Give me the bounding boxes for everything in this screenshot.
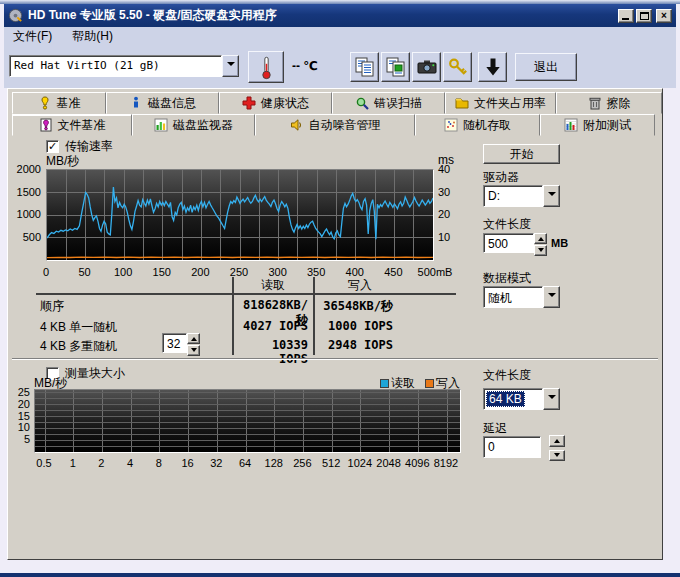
file-length-label: 文件长度 bbox=[483, 216, 531, 233]
health-cross-icon bbox=[242, 96, 256, 110]
tab-erase[interactable]: 擦除 bbox=[556, 92, 662, 114]
spin-up-icon bbox=[538, 234, 544, 241]
drive-select-arrow[interactable] bbox=[222, 55, 239, 77]
tab-health[interactable]: 健康状态 bbox=[219, 92, 332, 114]
axis-tick: 1000 bbox=[13, 208, 41, 220]
save-results-button[interactable] bbox=[478, 52, 507, 82]
close-button[interactable]: × bbox=[656, 9, 672, 23]
axis-tick: 64 bbox=[229, 457, 261, 469]
minimize-button[interactable] bbox=[618, 9, 634, 23]
axis-tick: 15 bbox=[8, 410, 30, 422]
toolbar: Red Hat VirtIO (21 gB) -- ℃ bbox=[4, 46, 676, 88]
tab-folder-usage[interactable]: 文件夹占用率 bbox=[445, 92, 556, 114]
delay-value: 0 bbox=[483, 436, 541, 458]
axis-tick: 0 bbox=[26, 266, 66, 278]
axis-tick: 128 bbox=[258, 457, 290, 469]
chevron-down-icon bbox=[548, 395, 556, 403]
copy-image-button[interactable] bbox=[381, 52, 410, 82]
write-column-header: 写入 bbox=[315, 277, 405, 294]
drive-select-combo[interactable]: Red Hat VirtIO (21 gB) bbox=[9, 55, 239, 77]
row-4k-single-read: 4027 IOPS bbox=[236, 319, 308, 333]
tab-extra-tests[interactable]: 附加测试 bbox=[540, 114, 655, 136]
copy-text-button[interactable] bbox=[350, 52, 379, 82]
tab-benchmark[interactable]: 基准 bbox=[12, 92, 106, 114]
axis-tick: 500mB bbox=[412, 266, 458, 278]
data-mode-combo[interactable]: 随机 bbox=[483, 286, 560, 308]
axis-tick: 4 bbox=[114, 457, 146, 469]
chevron-down-icon bbox=[227, 62, 235, 70]
axis-tick: 16 bbox=[172, 457, 204, 469]
maximize-button[interactable] bbox=[636, 9, 652, 23]
window-frame-bottom bbox=[0, 573, 680, 577]
chevron-down-icon bbox=[548, 293, 556, 301]
tab-auto-acoustic[interactable]: 自动噪音管理 bbox=[255, 114, 415, 136]
axis-tick: 5 bbox=[8, 433, 30, 445]
benchmark-results-table: 读取 写入 顺序 818628KB/秒 36548KB/秒 4 KB 单一随机 … bbox=[36, 277, 458, 355]
axis-tick: 2048 bbox=[373, 457, 405, 469]
tab-error-scan[interactable]: 错误扫描 bbox=[332, 92, 445, 114]
delay-label: 延迟 bbox=[483, 420, 507, 437]
file-length-up-button[interactable] bbox=[534, 233, 547, 244]
minimize-icon bbox=[622, 18, 629, 20]
checkbox-checked-icon[interactable]: ✓ bbox=[46, 140, 59, 153]
tab-row-primary: 文件基准 磁盘监视器 自动噪音管理 随机存取 附加测试 bbox=[12, 114, 655, 136]
camera-icon bbox=[416, 56, 438, 78]
transfer-rate-chart bbox=[46, 169, 434, 261]
axis-tick: 350 bbox=[296, 266, 336, 278]
menu-help[interactable]: 帮助(H) bbox=[72, 28, 113, 45]
queue-depth-value: 32 bbox=[162, 333, 187, 353]
screenshot-button[interactable] bbox=[412, 52, 441, 82]
start-button[interactable]: 开始 bbox=[483, 144, 560, 164]
axis-tick: 25 bbox=[8, 386, 30, 398]
file-length-spinner[interactable]: 500 bbox=[483, 233, 547, 253]
file-length-value: 500 bbox=[483, 233, 534, 253]
table-column-divider bbox=[313, 277, 315, 355]
drive-combo[interactable]: D: bbox=[483, 185, 560, 207]
axis-tick: 450 bbox=[373, 266, 413, 278]
delay-up-button[interactable] bbox=[549, 435, 565, 447]
axis-tick: 50 bbox=[65, 266, 105, 278]
axis-tick: 100 bbox=[103, 266, 143, 278]
temperature-readout: -- ℃ bbox=[292, 59, 318, 73]
magnifier-icon bbox=[355, 96, 369, 110]
block-file-length-arrow[interactable] bbox=[543, 388, 560, 410]
info-icon bbox=[129, 96, 143, 110]
block-file-length-combo[interactable]: 64 KB bbox=[483, 388, 560, 410]
row-sequential-label: 顺序 bbox=[40, 298, 64, 315]
tab-file-benchmark[interactable]: 文件基准 bbox=[12, 114, 132, 136]
read-column-header: 读取 bbox=[233, 277, 313, 294]
block-file-length-value: 64 KB bbox=[486, 391, 525, 407]
axis-tick: 8 bbox=[143, 457, 175, 469]
file-benchmark-icon bbox=[39, 118, 53, 132]
menu-file[interactable]: 文件(F) bbox=[13, 28, 52, 45]
tab-disk-monitor[interactable]: 磁盘监视器 bbox=[132, 114, 255, 136]
exit-button[interactable]: 退出 bbox=[515, 53, 577, 81]
window-title: HD Tune 专业版 5.50 - 硬盘/固态硬盘实用程序 bbox=[28, 7, 613, 24]
axis-tick: 10 bbox=[438, 231, 460, 243]
spin-down-icon bbox=[554, 453, 560, 460]
delay-down-button[interactable] bbox=[549, 450, 565, 462]
row-4k-multi-write: 2948 IOPS bbox=[321, 338, 393, 352]
queue-depth-down-button[interactable] bbox=[187, 345, 200, 356]
tab-random-access[interactable]: 随机存取 bbox=[415, 114, 540, 136]
write-swatch-icon bbox=[425, 379, 434, 388]
axis-tick: 400 bbox=[335, 266, 375, 278]
data-mode-value: 随机 bbox=[483, 286, 543, 308]
tab-disk-info[interactable]: 磁盘信息 bbox=[106, 92, 219, 114]
data-mode-arrow[interactable] bbox=[543, 286, 560, 308]
speaker-icon bbox=[290, 118, 304, 132]
row-sequential-write: 36548KB/秒 bbox=[321, 298, 393, 315]
spin-up-icon bbox=[191, 334, 197, 341]
drive-combo-arrow[interactable] bbox=[543, 185, 560, 207]
tab-row-secondary: 基准 磁盘信息 健康状态 错误扫描 文件夹占用率 擦除 bbox=[12, 92, 662, 114]
file-benchmark-panel: 基准 磁盘信息 健康状态 错误扫描 文件夹占用率 擦除 bbox=[7, 88, 663, 560]
axis-tick: 500 bbox=[13, 231, 41, 243]
file-length-down-button[interactable] bbox=[534, 245, 547, 256]
temperature-button[interactable] bbox=[248, 51, 284, 83]
queue-depth-spinner[interactable]: 32 bbox=[162, 333, 200, 353]
delay-input[interactable]: 0 bbox=[483, 436, 541, 458]
license-keys-button[interactable] bbox=[443, 52, 472, 82]
row-4k-multi-label: 4 KB 多重随机 bbox=[40, 338, 117, 355]
app-icon bbox=[8, 8, 23, 23]
queue-depth-up-button[interactable] bbox=[187, 333, 200, 344]
